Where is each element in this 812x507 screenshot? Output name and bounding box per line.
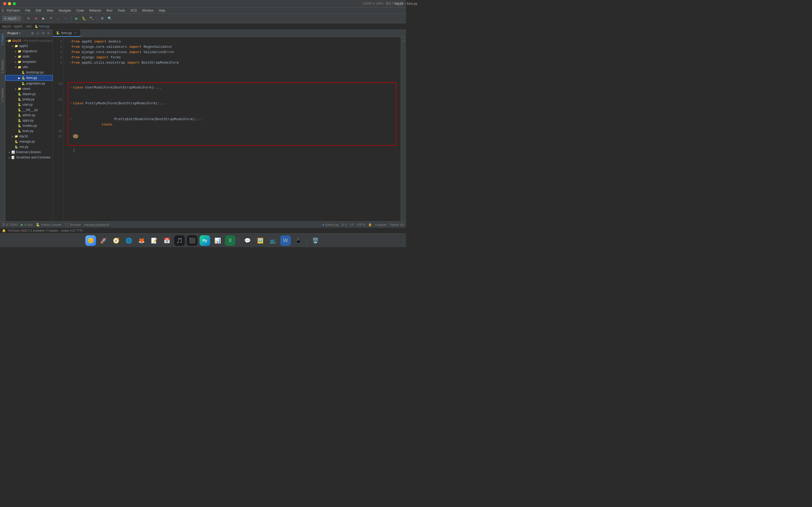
status-manage-py[interactable]: manage.py@day16 [84, 223, 109, 226]
menu-file[interactable]: File [23, 8, 33, 13]
dock-pycharm[interactable]: Py [200, 235, 210, 246]
dock-finder[interactable]: 😊 [85, 235, 96, 246]
panel-close-button[interactable]: ✕ [46, 31, 50, 36]
favorites-panel-toggle[interactable]: 2: Favorites [1, 86, 4, 104]
tree-item-admin-py[interactable]: 🐍 admin.py [5, 112, 53, 118]
dock-excel[interactable]: X [225, 235, 236, 246]
tree-item-user-py[interactable]: 🐍 user.py [5, 102, 53, 107]
dock-launchpad[interactable]: 🚀 [98, 235, 109, 246]
dock-word[interactable]: W [280, 235, 291, 246]
dock-chrome[interactable]: 🌐 [123, 235, 134, 246]
status-terminal[interactable]: ⬛ Terminal [65, 223, 81, 227]
menu-code[interactable]: Code [74, 8, 86, 13]
fold-marker-5[interactable]: ▾ [68, 60, 71, 65]
dock-music[interactable]: 🎵 [174, 235, 185, 246]
dock-trash[interactable]: 🗑️ [310, 235, 321, 246]
debug-button[interactable]: 🐛 [81, 15, 87, 22]
tree-item-day16-subfolder[interactable]: ▸ 📁 day16 [5, 133, 53, 139]
tree-item-static[interactable]: ▸ 📁 static [5, 54, 53, 59]
tree-item-migrations[interactable]: ▸ 📁 migrations [5, 49, 53, 54]
menu-window[interactable]: Window [140, 8, 156, 13]
tree-item-pretty-py[interactable]: 🐍 pretty.py [5, 97, 53, 102]
dock-items[interactable]: 📱 [293, 235, 303, 246]
sync-action-button[interactable]: ⊕ [31, 31, 35, 36]
status-encoding[interactable]: UTF-8 [357, 223, 365, 226]
fold-marker-18[interactable]: ▾ [69, 85, 73, 90]
menu-vcs[interactable]: VCS [128, 8, 139, 13]
tree-item-models-py[interactable]: 🐍 models.py [5, 123, 53, 128]
tree-item-bootstrap-py[interactable]: 🐍 bootstrap.py [5, 70, 53, 75]
breadcrumb-formpy[interactable]: 🐍form.py [35, 24, 49, 28]
tree-item-pagination-py[interactable]: 🐍 pagination.py [5, 81, 53, 86]
dock-textedit[interactable]: 📝 [149, 235, 159, 246]
code-editor[interactable]: 1 2 3 4 5 18 20 45 45 67 [53, 37, 406, 221]
status-indent[interactable]: 4 spaces [375, 223, 387, 226]
dock-apps[interactable]: 📊 [212, 235, 223, 246]
breadcrumb-day16[interactable]: day16 [2, 24, 11, 28]
menu-refactor[interactable]: Refactor [87, 8, 103, 13]
rerun-button[interactable]: ↻ [26, 15, 32, 22]
menu-edit[interactable]: Edit [34, 8, 43, 13]
menu-run[interactable]: Run [104, 8, 114, 13]
build-button[interactable]: 🔨 [88, 15, 95, 22]
breadcrumb-app01[interactable]: app01 [14, 24, 23, 28]
tree-item-day16-root[interactable]: ▾ 📁 day16 ~/PycharmProjects/gx/day16 [5, 38, 53, 43]
tree-item-tests-py[interactable]: 🐍 tests.py [5, 128, 53, 133]
status-line-col[interactable]: 67:1 [342, 223, 347, 226]
maximize-button[interactable] [13, 2, 16, 5]
status-event-log[interactable]: ● Event Log [322, 223, 338, 226]
fold-marker[interactable]: ▾ [68, 39, 71, 44]
tree-item-external-libraries[interactable]: ▸ 📊 External Libraries [5, 150, 53, 155]
panel-settings-button[interactable]: ⚙ [41, 31, 45, 36]
menu-pycharm[interactable]: PyCharm [5, 8, 22, 13]
fold-marker-20[interactable]: ▾ [69, 101, 73, 106]
status-todo[interactable]: ☰ 6: TODO [2, 223, 18, 227]
apple-logo-icon[interactable]:  [2, 8, 4, 13]
tree-item-app01[interactable]: ▾ 📁 app01 [5, 43, 53, 49]
status-python-console[interactable]: 🐍 Python Console [36, 223, 62, 227]
dock-safari[interactable]: 🧭 [111, 235, 121, 246]
project-panel-toggle[interactable]: 1: Project [1, 32, 4, 47]
code-content[interactable]: ▾ from app01 import models from django.c… [63, 37, 401, 221]
tree-item-scratches-consoles[interactable]: ▸ 📝 Scratches and Consoles [5, 155, 53, 160]
run-button[interactable]: ▶ [73, 15, 80, 22]
step-into-button[interactable]: ↓ [55, 15, 62, 22]
tree-item-form-py[interactable]: ▶ 🐍 form.py [5, 75, 53, 81]
tree-item-depart-py[interactable]: 🐍 depart.py [5, 91, 53, 97]
status-run[interactable]: ▶ 4: Run [21, 223, 33, 227]
structure-panel-toggle[interactable]: 2: Structure [1, 58, 4, 75]
tree-item-init-py[interactable]: 🐍 __init__.py [5, 107, 53, 112]
settings-button[interactable]: ⚙ [99, 15, 105, 22]
close-button[interactable] [3, 2, 6, 5]
search-everywhere-button[interactable]: 🔍 [106, 15, 113, 22]
breadcrumb-utils[interactable]: utils [26, 24, 32, 28]
stop-button[interactable]: ■ [33, 15, 39, 22]
status-lf[interactable]: LF [350, 223, 354, 226]
step-out-button[interactable]: ↑ [63, 15, 69, 22]
dock-terminal[interactable]: ⬛ [187, 235, 197, 246]
step-over-button[interactable]: ↷ [48, 15, 54, 22]
minimize-button[interactable] [8, 2, 11, 5]
dock-photos[interactable]: 🖼️ [255, 235, 265, 246]
tree-item-manage-py[interactable]: 🐍 manage.py [5, 139, 53, 144]
tree-item-apps-py[interactable]: 🐍 apps.py [5, 118, 53, 123]
tree-item-utils[interactable]: ▾ 📁 utils [5, 64, 53, 70]
menu-help[interactable]: Help [157, 8, 167, 13]
menu-tools[interactable]: Tools [115, 8, 127, 13]
tab-close-button[interactable]: ✕ [73, 31, 78, 35]
menu-view[interactable]: View [44, 8, 55, 13]
tree-item-xxx-py[interactable]: 🐍 xxx.py [5, 144, 53, 150]
menu-navigate[interactable]: Navigate [57, 8, 73, 13]
dock-tvapp[interactable]: 📺 [267, 235, 278, 246]
tree-item-templates[interactable]: ▸ 📁 templates [5, 59, 53, 64]
tree-item-views[interactable]: ▸ 📁 views [5, 86, 53, 91]
fold-marker-45[interactable]: ▾ [69, 117, 73, 122]
tab-form-py[interactable]: 🐍 form.py ✕ [53, 30, 81, 37]
run-config-dropdown[interactable]: ▶ day16 ▾ [2, 16, 21, 21]
dock-wechat[interactable]: 💬 [242, 235, 253, 246]
resume-button[interactable]: ▶ [41, 15, 47, 22]
collapse-action-button[interactable]: ≡ [36, 31, 40, 36]
dock-calendar[interactable]: 📅 [161, 235, 172, 246]
dock-firefox[interactable]: 🦊 [136, 235, 147, 246]
status-python-version[interactable]: Python 3.9 [390, 223, 404, 226]
